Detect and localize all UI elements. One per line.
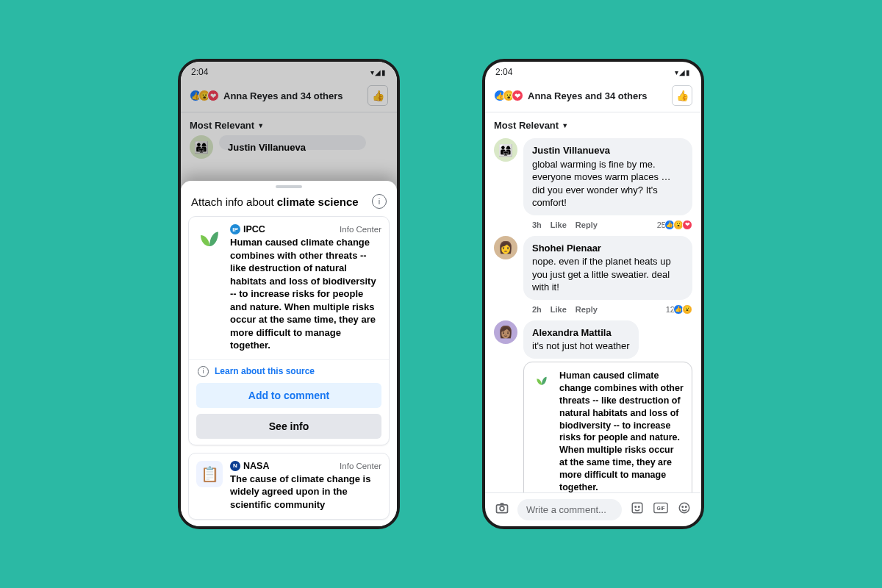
wow-icon: 😮 [682, 304, 692, 315]
comment-text: it's not just hot weather [532, 340, 630, 351]
status-bar: 2:04 ▾◢▮ [485, 62, 701, 79]
chevron-down-icon: ▼ [562, 122, 568, 129]
attach-info-sheet: Attach info about climate science i IP I… [181, 181, 397, 526]
info-card-nasa[interactable]: 📋 N NASA Info Center The cause of climat… [188, 453, 390, 520]
info-icon[interactable]: i [372, 194, 387, 209]
status-icons: ▾◢▮ [370, 68, 387, 76]
add-to-comment-button[interactable]: Add to comment [196, 383, 381, 408]
svg-point-4 [639, 506, 640, 508]
comment-author: Justin Villanueva [228, 141, 357, 154]
svg-point-7 [679, 503, 689, 513]
comment-bubble: Alexandra Mattila it's not just hot weat… [523, 320, 639, 359]
svg-text:GIF: GIF [656, 506, 664, 511]
like-button[interactable]: 👍 [368, 85, 388, 106]
comment-author: Justin Villanueva [532, 144, 684, 157]
status-bar: 2:04 ▾◢▮ [181, 62, 397, 79]
source-badge: N [230, 461, 240, 471]
comment: 👨‍👩‍👧 Justin Villanueva global warming i… [494, 138, 692, 215]
source-name: IPCC [243, 224, 265, 234]
sheet-title-prefix: Attach info about [191, 196, 277, 208]
sort-label: Most Relevant [190, 120, 254, 131]
comment-actions: 2h Like Reply 12 👍 😮 [532, 304, 692, 315]
svg-point-8 [682, 506, 684, 508]
comment-time: 3h [532, 220, 542, 229]
heart-icon: ❤ [682, 220, 692, 230]
comment-input[interactable]: Write a comment... [517, 499, 622, 520]
sort-dropdown[interactable]: Most Relevant ▼ [181, 112, 397, 135]
sheet-body: IP IPCC Info Center Human caused climate… [181, 216, 397, 526]
comments-list[interactable]: 👨‍👩‍👧 Justin Villanueva global warming i… [485, 135, 701, 492]
comments-list: 👨‍👩‍👧 Justin Villanueva [181, 135, 397, 163]
reply-link[interactable]: Reply [576, 220, 598, 229]
heart-icon: ❤ [512, 90, 523, 101]
attached-text: Human caused climate change combines wit… [559, 370, 684, 492]
svg-point-3 [635, 506, 637, 508]
sticker-icon[interactable] [629, 501, 645, 518]
chevron-down-icon: ▼ [257, 122, 264, 129]
avatar[interactable]: 👨‍👩‍👧 [494, 138, 517, 162]
camera-icon[interactable] [494, 501, 510, 519]
reactions-bar: 👍 😮 ❤ Anna Reyes and 34 others 👍 [485, 79, 701, 112]
sprout-icon [196, 224, 223, 251]
comment: 👩 Shohei Pienaar nope. even if the plane… [494, 236, 692, 300]
learn-source-row[interactable]: i Learn about this source [189, 359, 389, 383]
learn-source-link: Learn about this source [215, 366, 315, 376]
like-button[interactable]: 👍 [672, 85, 692, 106]
info-center-label: Info Center [340, 462, 381, 470]
card-text: The cause of climate change is widely ag… [230, 473, 381, 512]
phone-mock-left: 2:04 ▾◢▮ 👍 😮 ❤ Anna Reyes and 34 others … [178, 59, 400, 529]
info-center-label: Info Center [340, 225, 381, 234]
reactions-bar: 👍 😮 ❤ Anna Reyes and 34 others 👍 [181, 79, 397, 112]
comment-author: Shohei Pienaar [532, 242, 684, 255]
status-time: 2:04 [495, 67, 512, 77]
info-card-ipcc[interactable]: IP IPCC Info Center Human caused climate… [188, 216, 390, 445]
status-icons: ▾◢▮ [675, 68, 691, 76]
source-badge: IP [230, 224, 240, 234]
clipboard-icon: 📋 [196, 461, 223, 487]
emoji-icon[interactable] [676, 501, 692, 518]
avatar[interactable]: 👩🏽 [494, 320, 517, 344]
svg-point-9 [686, 506, 687, 508]
reply-link[interactable]: Reply [576, 305, 598, 314]
comment-author: Alexandra Mattila [532, 326, 630, 340]
sprout-icon [531, 370, 552, 390]
comment-text: global warming is fine by me. everyone m… [532, 159, 671, 209]
reaction-icons: 👍 😮 ❤ [190, 90, 219, 101]
attached-info-card[interactable]: Human caused climate change combines wit… [523, 362, 692, 492]
status-time: 2:04 [191, 67, 208, 77]
comment-time: 2h [532, 305, 542, 314]
like-link[interactable]: Like [551, 305, 567, 314]
heart-icon: ❤ [207, 90, 219, 101]
sort-label: Most Relevant [494, 120, 559, 131]
comment: 👨‍👩‍👧 Justin Villanueva [190, 135, 388, 159]
see-info-button[interactable]: See info [196, 414, 381, 439]
comment-bubble: Justin Villanueva [219, 135, 366, 150]
reaction-icons: 👍 😮 ❤ [494, 90, 523, 101]
card-text: Human caused climate change combines wit… [230, 236, 381, 352]
comment: 👩🏽 Alexandra Mattila it's not just hot w… [494, 320, 692, 359]
drag-handle[interactable] [276, 185, 302, 188]
avatar[interactable]: 👩 [494, 236, 517, 259]
like-link[interactable]: Like [551, 220, 567, 229]
sheet-title: Attach info about climate science i [181, 191, 397, 216]
compose-bar: Write a comment... GIF [485, 492, 701, 526]
avatar[interactable]: 👨‍👩‍👧 [190, 135, 213, 159]
comment-bubble: Shohei Pienaar nope. even if the planet … [523, 236, 692, 300]
reaction-summary[interactable]: Anna Reyes and 34 others [223, 90, 363, 101]
reaction-count[interactable]: 12 👍 😮 [666, 304, 692, 315]
source-name: NASA [243, 461, 269, 471]
comment-text: nope. even if the planet heats up you ju… [532, 256, 671, 293]
comment-actions: 3h Like Reply 25 👍 😮 ❤ [532, 220, 692, 230]
phone-mock-right: 2:04 ▾◢▮ 👍 😮 ❤ Anna Reyes and 34 others … [482, 59, 704, 529]
gif-icon[interactable]: GIF [653, 502, 669, 517]
svg-rect-2 [632, 503, 642, 513]
sheet-title-topic: climate science [277, 196, 359, 208]
sort-dropdown[interactable]: Most Relevant ▼ [485, 112, 701, 135]
reaction-summary[interactable]: Anna Reyes and 34 others [528, 90, 667, 101]
svg-point-1 [500, 506, 504, 511]
comment-bubble: Justin Villanueva global warming is fine… [523, 138, 692, 215]
reaction-count[interactable]: 25 👍 😮 ❤ [657, 220, 692, 230]
info-icon: i [198, 366, 209, 377]
